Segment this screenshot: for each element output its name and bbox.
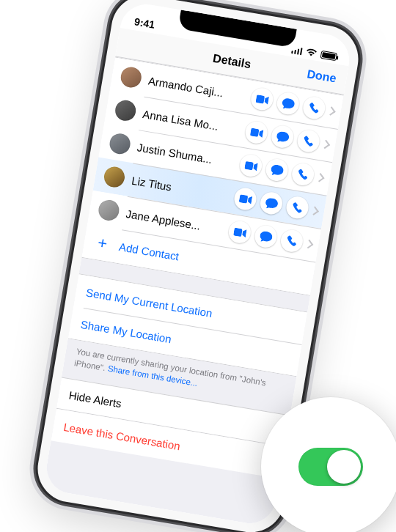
message-icon[interactable]: [270, 124, 296, 149]
done-button[interactable]: Done: [306, 67, 337, 85]
phone-icon[interactable]: [296, 128, 321, 154]
svg-rect-3: [238, 194, 248, 204]
avatar: [103, 165, 126, 188]
stage: 9:41 Details Done Armando Caji...Anna Li…: [0, 0, 396, 532]
video-icon[interactable]: [227, 220, 253, 245]
message-icon[interactable]: [253, 223, 279, 249]
message-icon[interactable]: [264, 158, 290, 183]
svg-rect-1: [249, 128, 259, 137]
chevron-right-icon: [316, 171, 323, 182]
phone-icon[interactable]: [279, 228, 305, 254]
toggle-knob: [327, 450, 361, 484]
avatar: [114, 99, 137, 122]
page-title: Details: [212, 51, 252, 70]
add-contact-label: Add Contact: [118, 240, 180, 262]
chevron-right-icon: [321, 138, 329, 149]
phone-icon[interactable]: [285, 195, 310, 221]
svg-rect-2: [244, 160, 254, 170]
avatar: [97, 199, 120, 222]
svg-rect-4: [233, 227, 243, 237]
signal-icon: [291, 45, 303, 55]
phone-icon[interactable]: [290, 162, 316, 188]
message-icon[interactable]: [259, 191, 285, 216]
svg-rect-0: [255, 94, 265, 103]
video-icon[interactable]: [249, 86, 275, 112]
phone-icon[interactable]: [301, 95, 327, 121]
avatar: [120, 65, 143, 89]
video-icon[interactable]: [238, 153, 264, 179]
video-icon[interactable]: [243, 119, 269, 145]
video-icon[interactable]: [232, 186, 258, 212]
message-icon[interactable]: [276, 91, 301, 117]
chevron-right-icon: [327, 105, 334, 116]
chevron-right-icon: [310, 205, 318, 216]
hide-alerts-label: Hide Alerts: [68, 388, 122, 410]
chevron-right-icon: [305, 238, 312, 249]
plus-icon: +: [93, 234, 111, 252]
avatar: [108, 132, 131, 155]
hide-alerts-toggle[interactable]: [298, 448, 363, 486]
battery-icon: [320, 50, 338, 60]
status-time: 9:41: [133, 15, 155, 30]
contacts-group: Armando Caji...Anna Lisa Mo...Justin Shu…: [81, 56, 344, 295]
magnifier-callout: [261, 397, 396, 532]
wifi-icon: [305, 47, 318, 57]
